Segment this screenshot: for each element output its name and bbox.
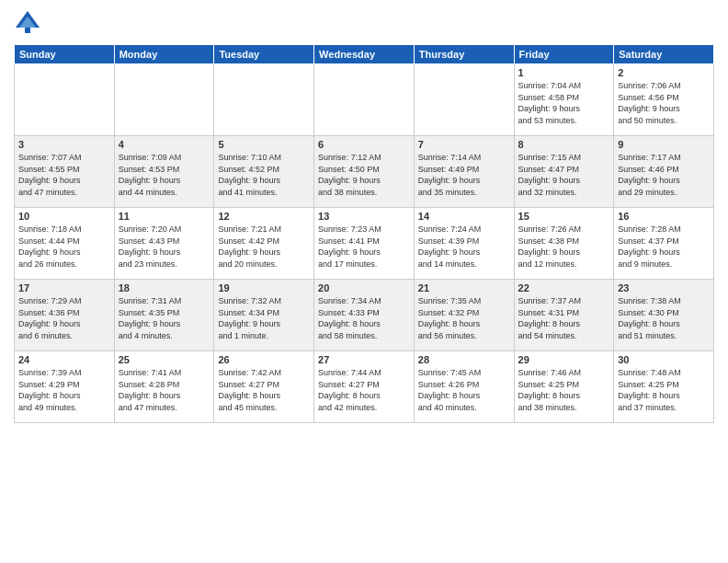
day-number: 28 (418, 354, 510, 365)
day-info: Sunrise: 7:14 AM Sunset: 4:49 PM Dayligh… (418, 153, 482, 197)
day-info: Sunrise: 7:39 AM Sunset: 4:29 PM Dayligh… (18, 368, 82, 412)
day-number: 14 (418, 211, 510, 222)
calendar-cell: 11Sunrise: 7:20 AM Sunset: 4:43 PM Dayli… (114, 208, 214, 280)
day-info: Sunrise: 7:18 AM Sunset: 4:44 PM Dayligh… (18, 224, 82, 269)
day-info: Sunrise: 7:41 AM Sunset: 4:28 PM Dayligh… (119, 368, 182, 412)
day-number: 5 (218, 139, 310, 150)
day-number: 24 (18, 354, 110, 365)
calendar-cell: 26Sunrise: 7:42 AM Sunset: 4:27 PM Dayli… (214, 351, 314, 423)
calendar-week-1: 1Sunrise: 7:04 AM Sunset: 4:58 PM Daylig… (15, 64, 714, 136)
day-number: 15 (518, 211, 610, 222)
calendar-cell: 12Sunrise: 7:21 AM Sunset: 4:42 PM Dayli… (214, 208, 314, 280)
calendar-cell: 16Sunrise: 7:28 AM Sunset: 4:37 PM Dayli… (614, 208, 714, 280)
weekday-header-friday: Friday (514, 45, 614, 64)
calendar-cell: 4Sunrise: 7:09 AM Sunset: 4:53 PM Daylig… (114, 136, 214, 208)
weekday-header-row: SundayMondayTuesdayWednesdayThursdayFrid… (15, 45, 714, 64)
calendar-cell: 1Sunrise: 7:04 AM Sunset: 4:58 PM Daylig… (514, 64, 614, 136)
calendar-cell: 19Sunrise: 7:32 AM Sunset: 4:34 PM Dayli… (214, 280, 314, 351)
day-number: 29 (518, 354, 610, 365)
day-number: 12 (218, 211, 310, 222)
day-number: 18 (119, 282, 210, 293)
day-info: Sunrise: 7:46 AM Sunset: 4:25 PM Dayligh… (518, 368, 582, 412)
day-number: 27 (318, 354, 410, 365)
weekday-header-wednesday: Wednesday (314, 45, 415, 64)
day-number: 7 (418, 139, 510, 150)
calendar-cell (15, 64, 115, 136)
calendar-cell: 14Sunrise: 7:24 AM Sunset: 4:39 PM Dayli… (414, 208, 514, 280)
day-number: 19 (218, 282, 310, 293)
day-number: 23 (618, 282, 710, 293)
day-info: Sunrise: 7:38 AM Sunset: 4:30 PM Dayligh… (618, 296, 681, 340)
calendar-cell: 23Sunrise: 7:38 AM Sunset: 4:30 PM Dayli… (614, 280, 714, 351)
logo (14, 9, 45, 37)
day-number: 21 (418, 282, 510, 293)
day-info: Sunrise: 7:07 AM Sunset: 4:55 PM Dayligh… (18, 153, 82, 197)
day-info: Sunrise: 7:24 AM Sunset: 4:39 PM Dayligh… (418, 224, 482, 269)
day-info: Sunrise: 7:10 AM Sunset: 4:52 PM Dayligh… (218, 153, 281, 197)
calendar-cell: 25Sunrise: 7:41 AM Sunset: 4:28 PM Dayli… (114, 351, 214, 423)
day-number: 17 (18, 282, 110, 293)
header (14, 9, 714, 37)
day-info: Sunrise: 7:48 AM Sunset: 4:25 PM Dayligh… (618, 368, 681, 412)
calendar-cell: 10Sunrise: 7:18 AM Sunset: 4:44 PM Dayli… (15, 208, 115, 280)
day-number: 9 (618, 139, 710, 150)
calendar-week-3: 10Sunrise: 7:18 AM Sunset: 4:44 PM Dayli… (15, 208, 714, 280)
day-info: Sunrise: 7:32 AM Sunset: 4:34 PM Dayligh… (218, 296, 281, 340)
calendar-week-2: 3Sunrise: 7:07 AM Sunset: 4:55 PM Daylig… (15, 136, 714, 208)
weekday-header-saturday: Saturday (614, 45, 714, 64)
calendar-cell: 15Sunrise: 7:26 AM Sunset: 4:38 PM Dayli… (514, 208, 614, 280)
calendar-cell: 30Sunrise: 7:48 AM Sunset: 4:25 PM Dayli… (614, 351, 714, 423)
calendar-cell: 20Sunrise: 7:34 AM Sunset: 4:33 PM Dayli… (314, 280, 415, 351)
calendar-cell: 22Sunrise: 7:37 AM Sunset: 4:31 PM Dayli… (514, 280, 614, 351)
calendar-cell (314, 64, 415, 136)
day-number: 10 (18, 211, 110, 222)
weekday-header-sunday: Sunday (15, 45, 115, 64)
day-number: 8 (518, 139, 610, 150)
day-number: 22 (518, 282, 610, 293)
calendar-cell: 3Sunrise: 7:07 AM Sunset: 4:55 PM Daylig… (15, 136, 115, 208)
day-number: 6 (318, 139, 410, 150)
day-number: 11 (119, 211, 210, 222)
calendar-week-4: 17Sunrise: 7:29 AM Sunset: 4:36 PM Dayli… (15, 280, 714, 351)
day-number: 3 (18, 139, 110, 150)
day-info: Sunrise: 7:42 AM Sunset: 4:27 PM Dayligh… (218, 368, 281, 412)
calendar-cell: 6Sunrise: 7:12 AM Sunset: 4:50 PM Daylig… (314, 136, 415, 208)
calendar-cell: 2Sunrise: 7:06 AM Sunset: 4:56 PM Daylig… (614, 64, 714, 136)
day-info: Sunrise: 7:26 AM Sunset: 4:38 PM Dayligh… (518, 224, 582, 269)
calendar-cell: 18Sunrise: 7:31 AM Sunset: 4:35 PM Dayli… (114, 280, 214, 351)
day-info: Sunrise: 7:12 AM Sunset: 4:50 PM Dayligh… (318, 153, 381, 197)
calendar-cell: 27Sunrise: 7:44 AM Sunset: 4:27 PM Dayli… (314, 351, 415, 423)
calendar-cell: 24Sunrise: 7:39 AM Sunset: 4:29 PM Dayli… (15, 351, 115, 423)
day-number: 20 (318, 282, 410, 293)
calendar-cell: 8Sunrise: 7:15 AM Sunset: 4:47 PM Daylig… (514, 136, 614, 208)
calendar-cell (214, 64, 314, 136)
day-info: Sunrise: 7:31 AM Sunset: 4:35 PM Dayligh… (119, 296, 182, 340)
page: SundayMondayTuesdayWednesdayThursdayFrid… (0, 0, 728, 563)
day-info: Sunrise: 7:45 AM Sunset: 4:26 PM Dayligh… (418, 368, 482, 412)
day-number: 30 (618, 354, 710, 365)
day-info: Sunrise: 7:17 AM Sunset: 4:46 PM Dayligh… (618, 153, 681, 197)
day-number: 13 (318, 211, 410, 222)
calendar-cell: 13Sunrise: 7:23 AM Sunset: 4:41 PM Dayli… (314, 208, 415, 280)
day-info: Sunrise: 7:23 AM Sunset: 4:41 PM Dayligh… (318, 224, 381, 269)
calendar-week-5: 24Sunrise: 7:39 AM Sunset: 4:29 PM Dayli… (15, 351, 714, 423)
calendar-cell: 9Sunrise: 7:17 AM Sunset: 4:46 PM Daylig… (614, 136, 714, 208)
calendar-cell: 17Sunrise: 7:29 AM Sunset: 4:36 PM Dayli… (15, 280, 115, 351)
calendar-cell (114, 64, 214, 136)
weekday-header-tuesday: Tuesday (214, 45, 314, 64)
day-info: Sunrise: 7:28 AM Sunset: 4:37 PM Dayligh… (618, 224, 681, 269)
calendar-cell: 21Sunrise: 7:35 AM Sunset: 4:32 PM Dayli… (414, 280, 514, 351)
svg-rect-2 (25, 28, 30, 33)
calendar-cell: 29Sunrise: 7:46 AM Sunset: 4:25 PM Dayli… (514, 351, 614, 423)
day-number: 26 (218, 354, 310, 365)
day-info: Sunrise: 7:06 AM Sunset: 4:56 PM Dayligh… (618, 81, 681, 125)
day-info: Sunrise: 7:29 AM Sunset: 4:36 PM Dayligh… (18, 296, 82, 340)
calendar-table: SundayMondayTuesdayWednesdayThursdayFrid… (14, 44, 714, 423)
day-info: Sunrise: 7:20 AM Sunset: 4:43 PM Dayligh… (119, 224, 182, 269)
day-info: Sunrise: 7:34 AM Sunset: 4:33 PM Dayligh… (318, 296, 381, 340)
day-info: Sunrise: 7:35 AM Sunset: 4:32 PM Dayligh… (418, 296, 482, 340)
day-number: 4 (119, 139, 210, 150)
day-info: Sunrise: 7:21 AM Sunset: 4:42 PM Dayligh… (218, 224, 281, 269)
calendar-cell: 5Sunrise: 7:10 AM Sunset: 4:52 PM Daylig… (214, 136, 314, 208)
weekday-header-monday: Monday (114, 45, 214, 64)
